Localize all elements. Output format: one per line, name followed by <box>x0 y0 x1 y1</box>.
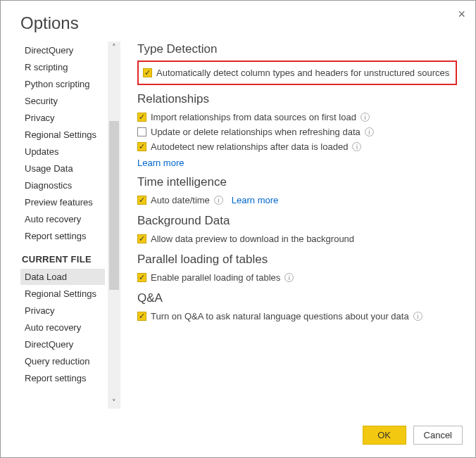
checkbox-icon[interactable] <box>137 127 146 136</box>
checkbox-icon[interactable]: ✓ <box>137 113 146 122</box>
sidebar-item[interactable]: Query reduction <box>20 353 105 369</box>
sidebar-item[interactable]: Report settings <box>20 370 105 386</box>
section-title: Parallel loading of tables <box>137 253 457 267</box>
sidebar-container: DirectQueryR scriptingPython scriptingSe… <box>20 42 120 409</box>
sidebar-item[interactable]: Updates <box>20 144 105 160</box>
checkbox-icon[interactable]: ✓ <box>137 196 146 205</box>
info-icon[interactable]: i <box>284 273 294 282</box>
section-parallel-loading: Parallel loading of tables ✓ Enable para… <box>137 253 457 284</box>
info-icon[interactable]: i <box>413 312 422 321</box>
sidebar-item[interactable]: Regional Settings <box>20 127 105 143</box>
sidebar-item[interactable]: DirectQuery <box>20 336 105 352</box>
checkbox-row-import-rel[interactable]: ✓ Import relationships from data sources… <box>137 110 457 124</box>
dialog-body: DirectQueryR scriptingPython scriptingSe… <box>1 42 475 409</box>
checkbox-icon[interactable]: ✓ <box>137 312 146 321</box>
cancel-button[interactable]: Cancel <box>413 426 463 445</box>
sidebar-item[interactable]: Privacy <box>20 303 105 319</box>
sidebar-item[interactable]: Privacy <box>20 110 105 126</box>
info-icon[interactable]: i <box>352 142 361 151</box>
sidebar-item[interactable]: Auto recovery <box>20 319 105 336</box>
sidebar-list: DirectQueryR scriptingPython scriptingSe… <box>20 42 105 409</box>
checkbox-icon[interactable]: ✓ <box>137 142 146 151</box>
checkbox-label: Auto date/time <box>151 195 210 205</box>
sidebar-item[interactable]: Regional Settings <box>20 286 105 302</box>
checkbox-icon[interactable]: ✓ <box>137 234 146 243</box>
scroll-track[interactable] <box>108 52 120 398</box>
checkbox-label: Update or delete relationships when refr… <box>151 127 361 137</box>
checkbox-label: Autodetect new relationships after data … <box>151 141 348 152</box>
section-title: Background Data <box>137 214 457 228</box>
scroll-thumb[interactable] <box>109 121 119 290</box>
info-icon[interactable]: i <box>214 196 223 205</box>
learn-more-link[interactable]: Learn more <box>137 158 457 168</box>
checkbox-label: Allow data preview to download in the ba… <box>151 234 354 244</box>
section-title: Q&A <box>137 291 457 305</box>
sidebar-item[interactable]: Usage Data <box>20 160 105 177</box>
section-title: Relationships <box>137 92 457 106</box>
content-pane: Type Detection ✓ Automatically detect co… <box>120 42 463 409</box>
checkbox-row-update-rel[interactable]: Update or delete relationships when refr… <box>137 125 457 139</box>
checkbox-label: Turn on Q&A to ask natural language ques… <box>151 311 409 322</box>
scroll-up-icon[interactable]: ˄ <box>112 43 116 52</box>
checkbox-label: Import relationships from data sources o… <box>151 112 356 122</box>
section-background-data: Background Data ✓ Allow data preview to … <box>137 214 457 246</box>
checkbox-label: Automatically detect column types and he… <box>156 68 449 78</box>
checkbox-icon[interactable]: ✓ <box>143 68 152 77</box>
sidebar-section-header: CURRENT FILE <box>22 254 105 265</box>
section-relationships: Relationships ✓ Import relationships fro… <box>137 92 457 168</box>
checkbox-icon[interactable]: ✓ <box>137 273 146 282</box>
sidebar-item[interactable]: Preview features <box>20 194 105 210</box>
highlighted-setting: ✓ Automatically detect column types and … <box>137 61 457 85</box>
sidebar-item[interactable]: R scripting <box>20 59 105 75</box>
dialog-footer: OK Cancel <box>363 426 463 445</box>
section-time-intelligence: Time intelligence ✓ Auto date/time i Lea… <box>137 175 457 207</box>
learn-more-link[interactable]: Learn more <box>232 195 278 205</box>
sidebar-item[interactable]: Python scripting <box>20 76 105 92</box>
checkbox-row-parallel[interactable]: ✓ Enable parallel loading of tables i <box>137 271 457 284</box>
sidebar-item[interactable]: Auto recovery <box>20 211 105 227</box>
sidebar-item[interactable]: Security <box>20 93 105 109</box>
checkbox-row-qa[interactable]: ✓ Turn on Q&A to ask natural language qu… <box>137 310 457 323</box>
sidebar-item[interactable]: Report settings <box>20 228 105 244</box>
info-icon[interactable]: i <box>361 113 370 122</box>
close-icon[interactable]: × <box>458 8 465 20</box>
dialog-title: Options <box>1 1 475 42</box>
ok-button[interactable]: OK <box>363 426 406 445</box>
section-title: Type Detection <box>137 42 457 56</box>
checkbox-row-autodetect-rel[interactable]: ✓ Autodetect new relationships after dat… <box>137 140 457 153</box>
section-qa: Q&A ✓ Turn on Q&A to ask natural languag… <box>137 291 457 323</box>
sidebar-item[interactable]: Data Load <box>20 269 105 285</box>
sidebar-scrollbar[interactable]: ˄ ˅ <box>108 42 120 409</box>
checkbox-label: Enable parallel loading of tables <box>151 272 280 283</box>
sidebar-item[interactable]: Diagnostics <box>20 177 105 193</box>
options-dialog: × Options DirectQueryR scriptingPython s… <box>0 0 476 458</box>
scroll-down-icon[interactable]: ˅ <box>112 398 116 407</box>
checkbox-row-auto-date[interactable]: ✓ Auto date/time i Learn more <box>137 193 457 207</box>
checkbox-row-bg-preview[interactable]: ✓ Allow data preview to download in the … <box>137 232 457 246</box>
checkbox-row-detect-types[interactable]: ✓ Automatically detect column types and … <box>143 66 451 79</box>
sidebar-item[interactable]: DirectQuery <box>20 42 105 58</box>
section-title: Time intelligence <box>137 175 457 189</box>
info-icon[interactable]: i <box>365 127 374 136</box>
section-type-detection: Type Detection ✓ Automatically detect co… <box>137 42 457 85</box>
